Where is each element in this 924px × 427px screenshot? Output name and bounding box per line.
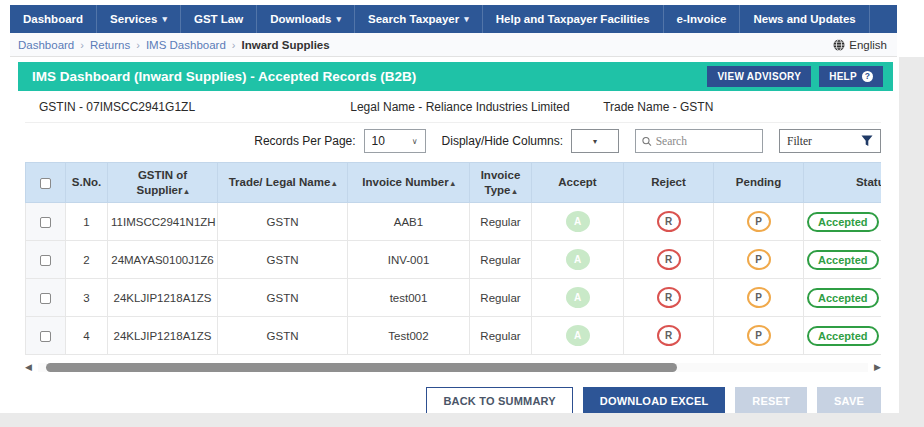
- reject-cell: R: [624, 203, 714, 241]
- back-to-summary-button[interactable]: BACK TO SUMMARY: [426, 387, 572, 414]
- column-header-label: Reject: [651, 176, 686, 188]
- column-header-label: Invoice Number: [362, 176, 448, 188]
- display-hide-columns-label: Display/Hide Columns:: [442, 134, 563, 148]
- sort-arrow-icon: ▴: [512, 187, 516, 196]
- dropdown-caret-icon: ▾: [593, 137, 597, 146]
- pending-action-icon[interactable]: P: [747, 211, 771, 232]
- column-header-invoice-number[interactable]: Invoice Number▴: [348, 163, 470, 203]
- accept-cell: A: [532, 203, 624, 241]
- taxpayer-info-row: GSTIN - 07IMSCC2941G1ZL Legal Name - Rel…: [25, 91, 881, 123]
- row-checkbox-cell: [26, 279, 66, 317]
- column-header-trade-legal-name[interactable]: Trade/ Legal Name▴: [218, 163, 348, 203]
- reject-action-icon[interactable]: R: [657, 249, 681, 270]
- nav-item-downloads[interactable]: Downloads▾: [257, 5, 355, 33]
- save-button: SAVE: [817, 387, 881, 414]
- help-button-label: HELP: [829, 71, 857, 82]
- records-table: S.No.GSTIN of Supplier▴Trade/ Legal Name…: [25, 162, 881, 355]
- nav-item-dashboard[interactable]: Dashboard: [10, 5, 97, 33]
- filter-button[interactable]: Filter: [779, 129, 881, 153]
- legal-name-value: Legal Name - Reliance Industries Limited: [317, 100, 603, 114]
- accept-action-icon[interactable]: A: [566, 249, 590, 270]
- search-icon: [642, 136, 652, 147]
- scrollbar-track[interactable]: [38, 363, 868, 372]
- reject-action-icon[interactable]: R: [657, 287, 681, 308]
- reject-action-icon[interactable]: R: [657, 211, 681, 232]
- supplier-gstin-cell: 24MAYAS0100J1Z6: [108, 241, 218, 279]
- status-badge: Accepted: [807, 212, 879, 232]
- download-excel-button[interactable]: DOWNLOAD EXCEL: [583, 387, 726, 414]
- chevron-down-icon: ▾: [464, 14, 469, 24]
- supplier-gstin-cell: 24KLJIP1218A1ZS: [108, 317, 218, 355]
- breadcrumb-separator: ›: [80, 39, 84, 51]
- nav-item-search-taxpayer[interactable]: Search Taxpayer▾: [355, 5, 483, 33]
- breadcrumb-bar: Dashboard›Returns›IMS Dashboard›Inward S…: [10, 33, 897, 57]
- trade-legal-name-cell: GSTN: [218, 279, 348, 317]
- filter-label: Filter: [787, 135, 812, 147]
- accept-cell: A: [532, 317, 624, 355]
- trade-legal-name-cell: GSTN: [218, 203, 348, 241]
- page-right-margin: [899, 57, 924, 427]
- pending-action-icon[interactable]: P: [747, 249, 771, 270]
- scrollbar-thumb[interactable]: [46, 363, 677, 372]
- breadcrumb-item-ims-dashboard[interactable]: IMS Dashboard: [146, 39, 226, 51]
- nav-item-news-and-updates[interactable]: News and Updates: [740, 5, 869, 33]
- accept-action-icon[interactable]: A: [566, 211, 590, 232]
- view-advisory-button[interactable]: VIEW ADVISORY: [707, 66, 811, 87]
- row-checkbox[interactable]: [40, 331, 51, 342]
- nav-item-gst-law[interactable]: GST Law: [181, 5, 257, 33]
- reject-action-icon[interactable]: R: [657, 325, 681, 346]
- nav-item-e-invoice[interactable]: e-Invoice: [664, 5, 741, 33]
- nav-item-services[interactable]: Services▾: [97, 5, 181, 33]
- invoice-type-cell: Regular: [470, 203, 532, 241]
- breadcrumb-item-inward-supplies: Inward Supplies: [241, 39, 329, 51]
- scroll-right-arrow-icon[interactable]: ▶: [874, 361, 881, 374]
- nav-item-label: Dashboard: [23, 13, 83, 25]
- pending-cell: P: [714, 279, 804, 317]
- records-per-page-select[interactable]: 10 ∨: [364, 129, 426, 153]
- footer-actions: BACK TO SUMMARYDOWNLOAD EXCELRESETSAVE: [25, 387, 881, 414]
- display-hide-columns-dropdown[interactable]: ▾: [571, 129, 619, 153]
- sort-arrow-icon: ▴: [451, 179, 455, 188]
- column-header-gstin-of-supplier[interactable]: GSTIN of Supplier▴: [108, 163, 218, 203]
- table-controls: Records Per Page: 10 ∨ Display/Hide Colu…: [25, 128, 881, 154]
- records-table-container: S.No.GSTIN of Supplier▴Trade/ Legal Name…: [25, 162, 881, 355]
- sort-arrow-icon: ▴: [185, 187, 189, 196]
- accept-action-icon[interactable]: A: [566, 287, 590, 308]
- top-navigation: DashboardServices▾GST LawDownloads▾Searc…: [10, 5, 897, 33]
- select-all-header-cell: [26, 163, 66, 203]
- pending-action-icon[interactable]: P: [747, 287, 771, 308]
- status-cell: Accepted: [804, 203, 882, 241]
- accept-cell: A: [532, 279, 624, 317]
- status-cell: Accepted: [804, 279, 882, 317]
- page-title: IMS Dashboard (Inward Supplies) - Accept…: [32, 69, 416, 84]
- page-bottom-margin: [0, 413, 924, 427]
- breadcrumb-item-dashboard[interactable]: Dashboard: [18, 39, 74, 51]
- search-input[interactable]: [656, 135, 756, 147]
- status-cell: Accepted: [804, 317, 882, 355]
- row-checkbox-cell: [26, 203, 66, 241]
- invoice-number-cell: INV-001: [348, 241, 470, 279]
- sno-cell: 2: [66, 241, 108, 279]
- invoice-type-cell: Regular: [470, 241, 532, 279]
- trade-name-value: Trade Name - GSTN: [603, 100, 881, 114]
- select-all-checkbox[interactable]: [40, 178, 51, 189]
- column-header-invoice-type[interactable]: Invoice Type▴: [470, 163, 532, 203]
- row-checkbox[interactable]: [40, 293, 51, 304]
- sno-cell: 3: [66, 279, 108, 317]
- pending-action-icon[interactable]: P: [747, 325, 771, 346]
- records-per-page-value: 10: [372, 134, 385, 148]
- language-selector[interactable]: English: [833, 39, 887, 51]
- help-button[interactable]: HELP ?: [819, 66, 883, 87]
- invoice-type-cell: Regular: [470, 317, 532, 355]
- breadcrumb-item-returns[interactable]: Returns: [90, 39, 130, 51]
- nav-item-label: Services: [110, 13, 157, 25]
- invoice-type-cell: Regular: [470, 279, 532, 317]
- nav-item-help-and-taxpayer-facilities[interactable]: Help and Taxpayer Facilities: [483, 5, 664, 33]
- breadcrumb-separator: ›: [232, 39, 236, 51]
- row-checkbox[interactable]: [40, 255, 51, 266]
- chevron-down-icon: ▾: [336, 14, 341, 24]
- row-checkbox[interactable]: [40, 217, 51, 228]
- accept-action-icon[interactable]: A: [566, 325, 590, 346]
- invoice-number-cell: test001: [348, 279, 470, 317]
- scroll-left-arrow-icon[interactable]: ◀: [25, 361, 32, 374]
